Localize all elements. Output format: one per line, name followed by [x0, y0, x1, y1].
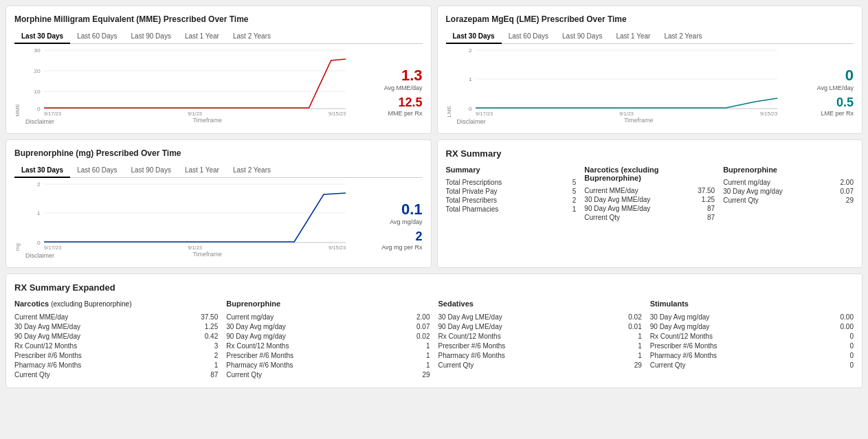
lme-stats: 0 Avg LME/day 0.5 LME per Rx: [792, 67, 854, 117]
exp-bup-row-2: 90 Day Avg mg/day 0.02: [226, 331, 430, 341]
rx-narc-row-0: Current MME/day 37.50: [584, 186, 715, 195]
lme-card: Lorazepam MgEq (LME) Prescribed Over Tim…: [437, 5, 863, 134]
lme-tab-90[interactable]: Last 90 Days: [555, 30, 609, 44]
lme-stat2-label: LME per Rx: [821, 110, 854, 117]
exp-narc-row-1: 30 Day Avg MME/day 1.25: [14, 322, 218, 331]
rx-bup-val-2: 29: [826, 196, 854, 204]
rx-summary-grid: Summary Total Prescriptions 5 Total Priv…: [446, 166, 854, 222]
exp-sedatives-col: Sedatives 30 Day Avg LME/day 0.02 90 Day…: [438, 300, 642, 379]
lme-tab-2y[interactable]: Last 2 Years: [657, 30, 709, 44]
rx-summary-title: RX Summary: [446, 148, 854, 159]
rx-summary-col: Summary Total Prescriptions 5 Total Priv…: [446, 166, 577, 222]
lme-tabs: Last 30 Days Last 60 Days Last 90 Days L…: [446, 30, 854, 44]
rx-label-private-pay: Total Private Pay: [446, 188, 498, 195]
exp-bup-row-0: Current mg/day 2.00: [226, 312, 430, 322]
buprenorphine-tab-30[interactable]: Last 30 Days: [14, 164, 70, 178]
rx-buprenorphine-col: Buprenorphine Current mg/day 2.00 30 Day…: [723, 166, 854, 222]
exp-bup-row-1: 30 Day Avg mg/day 0.07: [226, 322, 430, 331]
exp-bup-row-3: Rx Count/12 Months 1: [226, 341, 430, 350]
top-row: Morphine Milligram Equivalent (MME) Pres…: [5, 5, 863, 134]
svg-text:9/17/23: 9/17/23: [44, 111, 61, 115]
rx-bup-val-0: 2.00: [826, 179, 854, 186]
rx-narc-row-3: Current Qty 87: [584, 213, 715, 222]
lme-y-label: LME: [446, 106, 452, 117]
svg-text:0: 0: [37, 106, 41, 112]
buprenorphine-y-label: mg: [14, 243, 21, 251]
exp-narc-row-6: Current Qty 87: [14, 370, 218, 379]
lme-stat1-value: 0: [845, 67, 854, 85]
buprenorphine-tab-2y[interactable]: Last 2 Years: [226, 164, 278, 178]
rx-narc-label-0: Current MME/day: [584, 187, 638, 194]
lme-tab-60[interactable]: Last 60 Days: [502, 30, 555, 44]
buprenorphine-tab-1y[interactable]: Last 1 Year: [178, 164, 226, 178]
buprenorphine-tab-90[interactable]: Last 90 Days: [124, 164, 178, 178]
exp-narc-row-2: 90 Day Avg MME/day 0.42: [14, 331, 218, 341]
buprenorphine-chart-svg: 2 1 0 9/17/23 9/1/23 9/15/23: [22, 181, 361, 249]
exp-narc-row-0: Current MME/day 37.50: [14, 312, 218, 322]
buprenorphine-stats: 0.1 Avg mg/day 2 Avg mg per Rx: [361, 201, 423, 251]
buprenorphine-tabs: Last 30 Days Last 60 Days Last 90 Days L…: [14, 164, 423, 178]
mme-stats: 1.3 Avg MME/day 12.5 MME per Rx: [361, 67, 423, 117]
mme-tab-2y[interactable]: Last 2 Years: [226, 30, 278, 44]
svg-text:9/15/23: 9/15/23: [760, 111, 777, 115]
svg-text:9/17/23: 9/17/23: [476, 111, 493, 115]
exp-bup-row-5: Pharmacy #/6 Months 1: [226, 360, 430, 370]
rx-bup-row-1: 30 Day Avg mg/day 0.07: [723, 187, 854, 196]
svg-text:1: 1: [37, 210, 41, 216]
rx-narc-val-3: 87: [687, 214, 715, 221]
svg-text:9/17/23: 9/17/23: [44, 245, 61, 249]
svg-text:1: 1: [469, 76, 472, 82]
rx-row-0: Total Prescriptions 5: [446, 178, 577, 187]
exp-stim-row-0: 30 Day Avg mg/day 0.00: [650, 312, 854, 322]
rx-narcotics-col: Narcotics (excluding Buprenorphine) Curr…: [584, 166, 715, 222]
mme-chart-area: MME 30 20 10 0: [14, 48, 423, 117]
rx-bup-label-0: Current mg/day: [723, 179, 770, 186]
exp-stim-row-1: 90 Day Avg mg/day 0.00: [650, 322, 854, 331]
mme-tab-30[interactable]: Last 30 Days: [14, 30, 70, 44]
svg-text:9/1/23: 9/1/23: [619, 111, 634, 115]
exp-bup-row-6: Current Qty 29: [226, 370, 430, 379]
mme-tab-60[interactable]: Last 60 Days: [70, 30, 124, 44]
svg-text:9/15/23: 9/15/23: [329, 111, 346, 115]
rx-narc-val-0: 37.50: [687, 187, 715, 194]
expanded-grid: Narcotics (excluding Buprenorphine) Curr…: [14, 300, 854, 379]
buprenorphine-title: Buprenorphine (mg) Prescribed Over Time: [14, 148, 423, 158]
exp-sed-row-2: Rx Count/12 Months 1: [438, 331, 642, 341]
rx-row-1: Total Private Pay 5: [446, 187, 577, 196]
exp-sed-row-1: 90 Day Avg LME/day 0.01: [438, 322, 642, 331]
mme-tab-90[interactable]: Last 90 Days: [124, 30, 178, 44]
exp-narc-row-3: Rx Count/12 Months 3: [14, 341, 218, 350]
exp-bup-row-4: Prescriber #/6 Months 1: [226, 350, 430, 360]
lme-tab-1y[interactable]: Last 1 Year: [609, 30, 657, 44]
svg-text:2: 2: [469, 47, 472, 54]
expanded-section: RX Summary Expanded Narcotics (excluding…: [5, 273, 863, 388]
rx-narc-row-2: 90 Day Avg MME/day 87: [584, 204, 715, 213]
lme-tab-30[interactable]: Last 30 Days: [446, 30, 502, 44]
rx-buprenorphine-header: Buprenorphine: [723, 166, 854, 174]
svg-text:0: 0: [37, 240, 41, 246]
exp-sed-row-4: Pharmacy #/6 Months 1: [438, 350, 642, 360]
buprenorphine-tab-60[interactable]: Last 60 Days: [70, 164, 124, 178]
svg-text:0: 0: [469, 106, 472, 112]
mme-tabs: Last 30 Days Last 60 Days Last 90 Days L…: [14, 30, 423, 44]
mme-title: Morphine Milligram Equivalent (MME) Pres…: [14, 14, 423, 24]
buprenorphine-x-label: Timeframe: [192, 251, 222, 259]
main-container: Morphine Milligram Equivalent (MME) Pres…: [0, 0, 868, 394]
exp-buprenorphine-col: Buprenorphine Current mg/day 2.00 30 Day…: [226, 300, 430, 379]
buprenorphine-stat2-label: Avg mg per Rx: [381, 244, 422, 251]
svg-text:9/1/23: 9/1/23: [188, 245, 202, 249]
exp-buprenorphine-header: Buprenorphine: [226, 300, 430, 308]
rx-narcotics-header: Narcotics (excluding Buprenorphine): [584, 166, 715, 182]
svg-text:9/15/23: 9/15/23: [329, 245, 346, 249]
mme-chart-svg: 30 20 10 0 9/17/23 9/1/23 9/15/23: [22, 47, 361, 115]
exp-sed-row-5: Current Qty 29: [438, 360, 642, 370]
mme-tab-1y[interactable]: Last 1 Year: [178, 30, 226, 44]
lme-stat1-label: Avg LME/day: [817, 85, 854, 91]
exp-stimulants-col: Stimulants 30 Day Avg mg/day 0.00 90 Day…: [650, 300, 854, 379]
exp-stim-row-4: Pharmacy #/6 Months 0: [650, 350, 854, 360]
exp-stim-row-3: Prescriber #/6 Months 0: [650, 341, 854, 350]
exp-sed-row-0: 30 Day Avg LME/day 0.02: [438, 312, 642, 322]
rx-summary-col-header: Summary: [446, 166, 577, 174]
rx-bup-row-0: Current mg/day 2.00: [723, 178, 854, 187]
mme-disclaimer: Disclaimer: [25, 118, 54, 125]
